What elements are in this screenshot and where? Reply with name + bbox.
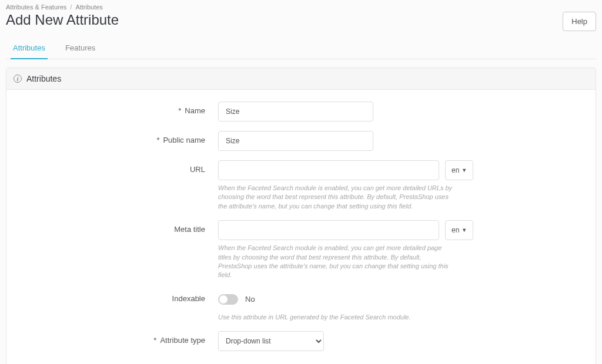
label-public-name: *Public name — [18, 131, 218, 144]
indexable-toggle[interactable] — [218, 294, 238, 305]
indexable-help-text: Use this attribute in URL generated by t… — [218, 313, 411, 322]
panel-title: Attributes — [26, 74, 61, 83]
meta-title-lang-selector[interactable]: en▼ — [445, 220, 473, 240]
tabs: Attributes Features — [6, 37, 596, 59]
panel-header: i Attributes — [6, 68, 596, 90]
label-indexable: Indexable — [18, 289, 218, 303]
page-title: Add New Attribute — [6, 12, 119, 28]
tab-features[interactable]: Features — [63, 38, 98, 59]
label-attribute-type: *Attribute type — [18, 331, 218, 345]
public-name-input[interactable] — [218, 131, 373, 151]
tab-attributes[interactable]: Attributes — [11, 38, 48, 59]
label-name: *Name — [18, 102, 218, 115]
url-lang-selector[interactable]: en▼ — [445, 160, 473, 180]
url-input[interactable] — [218, 160, 439, 180]
indexable-state-label: No — [245, 295, 255, 304]
breadcrumb: Attributes & Features / Attributes — [6, 4, 596, 11]
label-url: URL — [18, 160, 218, 174]
breadcrumb-parent[interactable]: Attributes & Features — [6, 4, 66, 11]
panel-attributes: i Attributes *Name *Public name — [6, 68, 596, 364]
label-meta-title: Meta title — [18, 220, 218, 234]
breadcrumb-current: Attributes — [75, 4, 102, 11]
caret-down-icon: ▼ — [461, 167, 467, 173]
help-button[interactable]: Help — [563, 12, 596, 31]
meta-title-help-text: When the Faceted Search module is enable… — [218, 244, 453, 280]
breadcrumb-separator: / — [70, 4, 72, 11]
caret-down-icon: ▼ — [461, 227, 467, 233]
meta-title-input[interactable] — [218, 220, 439, 240]
info-icon: i — [14, 75, 22, 83]
attribute-type-select[interactable]: Drop-down list — [218, 331, 324, 351]
url-help-text: When the Faceted Search module is enable… — [218, 184, 453, 211]
name-input[interactable] — [218, 102, 373, 122]
